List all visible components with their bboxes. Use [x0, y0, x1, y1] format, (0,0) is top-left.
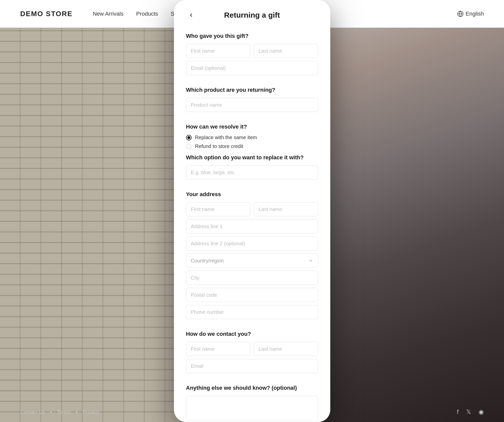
- contact-email-input[interactable]: [186, 359, 318, 373]
- back-button[interactable]: [186, 10, 196, 20]
- bg-left-wall: [0, 28, 192, 422]
- giver-section-label: Who gave you this gift?: [186, 33, 318, 39]
- giver-email-row: [186, 61, 318, 75]
- modal-wrapper: Returning a gift Who gave you this gift?…: [169, 0, 335, 422]
- social-icons: f 𝕏 ◉: [457, 408, 484, 415]
- contact-section-label: How do we contact you?: [186, 331, 318, 337]
- resolve-radio-group: Replace with the same item Refund to sto…: [186, 135, 318, 149]
- address-last-name-input[interactable]: [254, 202, 318, 216]
- address-line2-input[interactable]: [186, 236, 318, 251]
- radio-refund[interactable]: Refund to store credit: [186, 143, 318, 149]
- city-input[interactable]: [186, 271, 318, 285]
- notes-textarea[interactable]: [186, 396, 318, 421]
- footer-dot-1: •: [50, 409, 52, 415]
- nav-link-products[interactable]: Products: [136, 11, 158, 17]
- contact-name-row: [186, 342, 318, 356]
- contact-first-name-input[interactable]: [186, 342, 250, 356]
- giver-first-name-input[interactable]: [186, 44, 250, 58]
- resolve-section-label: How can we resolve it?: [186, 124, 318, 130]
- language-selector[interactable]: English: [457, 11, 484, 17]
- footer-dot-2: •: [76, 409, 77, 415]
- twitter-icon[interactable]: 𝕏: [466, 408, 471, 415]
- footer-terms[interactable]: Terms: [57, 409, 71, 415]
- country-select[interactable]: Country/region: [186, 254, 318, 268]
- globe-icon: [457, 11, 464, 17]
- radio-refund-circle: [186, 144, 192, 149]
- notes-section-label: Anything else we should know? (optional): [186, 385, 318, 391]
- address-line1-row: [186, 219, 318, 233]
- radio-replace[interactable]: Replace with the same item: [186, 135, 318, 140]
- replace-option-section-label: Which option do you want to replace it w…: [186, 154, 318, 161]
- footer-links: Contact Us • Terms • Privacy: [20, 409, 99, 415]
- contact-email-row: [186, 359, 318, 373]
- modal-body: Who gave you this gift? Which product ar…: [174, 25, 330, 422]
- language-label: English: [466, 11, 484, 17]
- address-section-label: Your address: [186, 191, 318, 198]
- postal-row: [186, 288, 318, 302]
- country-row: Country/region: [186, 254, 318, 268]
- modal-header: Returning a gift: [174, 0, 330, 25]
- postal-code-input[interactable]: [186, 288, 318, 302]
- product-name-input[interactable]: [186, 98, 318, 112]
- footer-contact[interactable]: Contact Us: [20, 409, 45, 415]
- giver-email-input[interactable]: [186, 61, 318, 75]
- store-logo: DEMO STORE: [20, 10, 73, 18]
- address-line1-input[interactable]: [186, 219, 318, 233]
- city-row: [186, 271, 318, 285]
- address-line2-row: [186, 236, 318, 251]
- radio-replace-circle: [186, 135, 192, 140]
- product-section-label: Which product are you returning?: [186, 87, 318, 93]
- phone-input[interactable]: [186, 305, 318, 319]
- contact-last-name-input[interactable]: [254, 342, 318, 356]
- address-name-row: [186, 202, 318, 216]
- replace-option-input[interactable]: [186, 165, 318, 179]
- modal-title: Returning a gift: [196, 11, 308, 19]
- phone-row: [186, 305, 318, 319]
- nav-link-new-arrivals[interactable]: New Arrivals: [93, 11, 124, 17]
- instagram-icon[interactable]: ◉: [479, 408, 484, 415]
- radio-refund-label: Refund to store credit: [195, 143, 243, 149]
- return-gift-modal: Returning a gift Who gave you this gift?…: [174, 0, 330, 422]
- facebook-icon[interactable]: f: [457, 408, 459, 415]
- address-first-name-input[interactable]: [186, 202, 250, 216]
- radio-replace-label: Replace with the same item: [195, 135, 257, 140]
- notes-row: [186, 396, 318, 421]
- modal-inner: Returning a gift Who gave you this gift?…: [174, 0, 330, 422]
- giver-name-row: [186, 44, 318, 58]
- giver-last-name-input[interactable]: [254, 44, 318, 58]
- replace-option-row: [186, 165, 318, 179]
- product-name-row: [186, 98, 318, 112]
- footer-privacy[interactable]: Privacy: [82, 409, 99, 415]
